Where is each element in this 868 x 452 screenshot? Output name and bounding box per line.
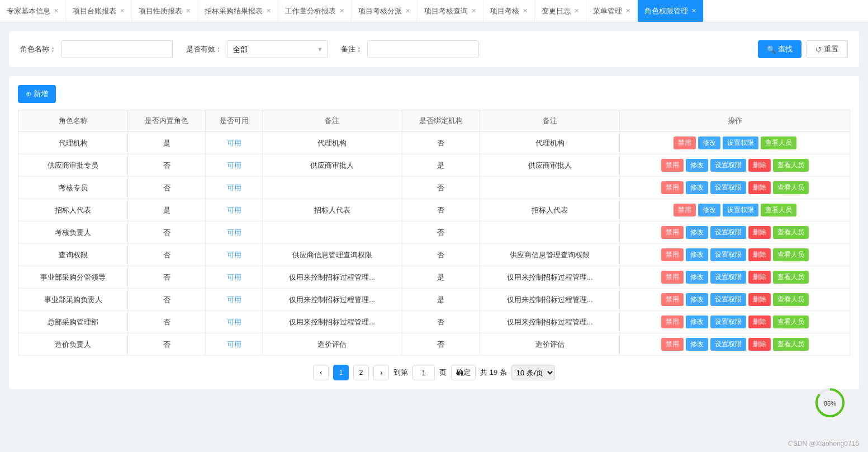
action-btn-删除[interactable]: 删除: [748, 293, 771, 306]
action-btn-查看人员[interactable]: 查看人员: [773, 181, 809, 194]
action-btn-设置权限[interactable]: 设置权限: [710, 271, 746, 284]
next-page-btn[interactable]: ›: [373, 365, 389, 380]
action-btn-禁用[interactable]: 禁用: [661, 338, 684, 351]
action-btn-禁用[interactable]: 禁用: [661, 226, 684, 239]
prev-page-btn[interactable]: ‹: [313, 365, 329, 380]
tab-close-icon[interactable]: ✕: [186, 8, 191, 14]
action-btn-查看人员[interactable]: 查看人员: [761, 136, 796, 149]
action-btn-设置权限[interactable]: 设置权限: [710, 226, 746, 239]
cell-builtin: 否: [128, 266, 206, 289]
tab-close-icon[interactable]: ✕: [471, 8, 476, 14]
cell-actions: 禁用修改设置权限删除查看人员: [620, 244, 850, 266]
tab-item[interactable]: 工作量分析报表✕: [278, 0, 352, 22]
action-btn-查看人员[interactable]: 查看人员: [773, 316, 809, 328]
action-btn-查看人员[interactable]: 查看人员: [773, 293, 809, 306]
action-btn-禁用[interactable]: 禁用: [673, 204, 696, 216]
tab-item[interactable]: 角色权限管理✕: [638, 0, 704, 22]
reset-button[interactable]: ↺ 重置: [806, 40, 848, 58]
tab-close-icon[interactable]: ✕: [120, 8, 125, 14]
col-actions: 操作: [620, 110, 850, 132]
effective-label: 是否有效：: [186, 44, 222, 54]
action-btn-设置权限[interactable]: 设置权限: [710, 338, 746, 351]
action-btn-禁用[interactable]: 禁用: [661, 159, 684, 172]
action-btn-禁用[interactable]: 禁用: [673, 136, 696, 149]
tab-close-icon[interactable]: ✕: [339, 8, 344, 14]
table-row: 招标人代表 是 可用 招标人代表 否 招标人代表 禁用修改设置权限查看人员: [18, 199, 850, 222]
tab-item[interactable]: 招标采购结果报表✕: [198, 0, 278, 22]
action-btn-删除[interactable]: 删除: [748, 226, 771, 239]
progress-circle: 85%: [814, 387, 846, 418]
action-btn-禁用[interactable]: 禁用: [661, 293, 684, 306]
tab-item[interactable]: 变更日志✕: [535, 0, 586, 22]
page-goto-input[interactable]: [412, 365, 435, 380]
action-btn-删除[interactable]: 删除: [748, 316, 771, 328]
tab-close-icon[interactable]: ✕: [625, 8, 630, 14]
action-btn-禁用[interactable]: 禁用: [661, 316, 684, 328]
action-btn-删除[interactable]: 删除: [748, 248, 771, 261]
page-1-btn[interactable]: 1: [333, 365, 349, 380]
cell-remark2: [480, 177, 620, 199]
effective-field: 是否有效： 全部 是 否 ▼: [186, 40, 328, 58]
action-btn-设置权限[interactable]: 设置权限: [710, 248, 746, 261]
tab-close-icon[interactable]: ✕: [266, 8, 271, 14]
tab-item[interactable]: 项目考核分派✕: [352, 0, 418, 22]
cell-remark1: 仅用来控制招标过程管理...: [262, 311, 402, 333]
action-btn-删除[interactable]: 删除: [748, 181, 771, 194]
tab-close-icon[interactable]: ✕: [54, 8, 59, 14]
tab-close-icon[interactable]: ✕: [574, 8, 579, 14]
cell-remark1: 供应商审批人: [262, 154, 402, 177]
tab-close-icon[interactable]: ✕: [405, 8, 410, 14]
action-btn-修改[interactable]: 修改: [698, 136, 720, 149]
action-btn-修改[interactable]: 修改: [686, 181, 708, 194]
action-btn-设置权限[interactable]: 设置权限: [710, 159, 746, 172]
action-btn-修改[interactable]: 修改: [698, 204, 720, 216]
action-btn-禁用[interactable]: 禁用: [661, 271, 684, 284]
action-btn-修改[interactable]: 修改: [686, 248, 708, 261]
page-confirm-btn[interactable]: 确定: [451, 365, 476, 380]
action-btn-查看人员[interactable]: 查看人员: [761, 204, 796, 216]
cell-remark2: 造价评估: [480, 333, 620, 356]
add-button[interactable]: ⊕ 新增: [18, 85, 56, 103]
action-btn-禁用[interactable]: 禁用: [661, 248, 684, 261]
action-btn-修改[interactable]: 修改: [686, 226, 708, 239]
page-size-select[interactable]: 10 条/页 20 条/页 50 条/页: [511, 365, 555, 380]
remark-label: 备注：: [341, 44, 363, 54]
action-btn-删除[interactable]: 删除: [748, 271, 771, 284]
tab-item[interactable]: 项目考核查询✕: [418, 0, 483, 22]
action-btns: 禁用修改设置权限删除查看人员: [624, 316, 845, 328]
action-btn-删除[interactable]: 删除: [748, 159, 771, 172]
tab-item[interactable]: 菜单管理✕: [586, 0, 638, 22]
action-btn-设置权限[interactable]: 设置权限: [710, 293, 746, 306]
action-btn-查看人员[interactable]: 查看人员: [773, 226, 809, 239]
role-name-input[interactable]: [61, 40, 173, 58]
search-bar: 角色名称： 是否有效： 全部 是 否 ▼ 备注： 🔍 查找: [9, 31, 859, 67]
action-btn-修改[interactable]: 修改: [686, 316, 708, 328]
action-btn-设置权限[interactable]: 设置权限: [723, 204, 758, 216]
tab-item[interactable]: 项目考核✕: [483, 0, 535, 22]
action-btn-修改[interactable]: 修改: [686, 271, 708, 284]
action-btn-修改[interactable]: 修改: [686, 338, 708, 351]
tab-item[interactable]: 项目台账报表✕: [66, 0, 132, 22]
action-btn-查看人员[interactable]: 查看人员: [773, 271, 809, 284]
tab-item[interactable]: 项目性质报表✕: [132, 0, 198, 22]
action-btn-设置权限[interactable]: 设置权限: [710, 181, 746, 194]
tab-item[interactable]: 专家基本信息✕: [0, 0, 66, 22]
tab-close-icon[interactable]: ✕: [691, 8, 696, 14]
page-2-btn[interactable]: 2: [353, 365, 369, 380]
action-btn-查看人员[interactable]: 查看人员: [773, 159, 809, 172]
action-btn-修改[interactable]: 修改: [686, 293, 708, 306]
tab-close-icon[interactable]: ✕: [523, 8, 528, 14]
action-btn-禁用[interactable]: 禁用: [661, 181, 684, 194]
action-btn-设置权限[interactable]: 设置权限: [723, 136, 758, 149]
action-btn-查看人员[interactable]: 查看人员: [773, 248, 809, 261]
action-btn-查看人员[interactable]: 查看人员: [773, 338, 809, 351]
action-btn-删除[interactable]: 删除: [748, 338, 771, 351]
search-button[interactable]: 🔍 查找: [758, 40, 801, 58]
action-btn-设置权限[interactable]: 设置权限: [710, 316, 746, 328]
action-btn-修改[interactable]: 修改: [686, 159, 708, 172]
tab-label: 项目台账报表: [73, 6, 116, 16]
effective-select[interactable]: 全部 是 否: [227, 40, 328, 58]
remark-input[interactable]: [367, 40, 479, 58]
table-row: 事业部采购分管领导 否 可用 仅用来控制招标过程管理... 是 仅用来控制招标过…: [18, 266, 850, 289]
role-name-label: 角色名称：: [20, 44, 56, 54]
